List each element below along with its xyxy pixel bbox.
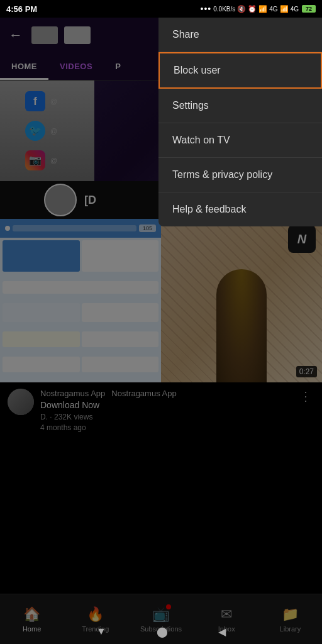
network-label2: 4G — [291, 6, 299, 13]
system-nav: ▼ ⬤ ◀ — [0, 626, 322, 638]
mute-icon: 🔇 — [237, 5, 246, 13]
menu-item-share[interactable]: Share — [158, 18, 322, 52]
status-bar: 4:56 PM ••• 0.0KB/s 🔇 ⏰ 📶 4G 📶 4G 72 — [0, 0, 322, 18]
menu-item-watch-tv[interactable]: Watch on TV — [158, 123, 322, 158]
status-dots: ••• — [201, 4, 212, 14]
status-time: 4:56 PM — [6, 4, 37, 14]
battery-icon: 72 — [302, 5, 316, 13]
back-system-button[interactable]: ▼ — [96, 626, 106, 638]
menu-item-help[interactable]: Help & feedback — [158, 192, 322, 226]
menu-item-settings[interactable]: Settings — [158, 89, 322, 123]
network-speed: 0.0KB/s — [213, 6, 235, 13]
menu-item-block-user[interactable]: Block user — [158, 52, 322, 89]
signal-icon: 📶 — [258, 5, 267, 13]
alarm-icon: ⏰ — [248, 5, 257, 13]
home-system-button[interactable]: ⬤ — [157, 626, 168, 638]
menu-item-terms[interactable]: Terms & privacy policy — [158, 158, 322, 192]
recent-system-button[interactable]: ◀ — [218, 626, 226, 638]
dropdown-menu: Share Block user Settings Watch on TV Te… — [158, 18, 322, 226]
signal-icon2: 📶 — [280, 5, 289, 13]
network-label: 4G — [269, 6, 277, 13]
status-icons: ••• 0.0KB/s 🔇 ⏰ 📶 4G 📶 4G 72 — [201, 4, 316, 14]
